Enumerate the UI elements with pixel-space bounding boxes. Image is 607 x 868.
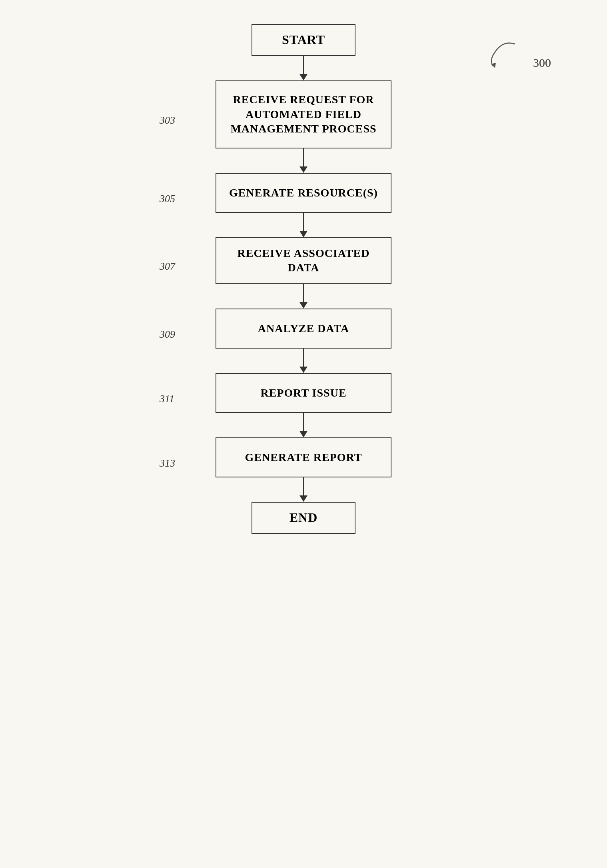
receive-data-box: RECEIVE ASSOCIATED DATA	[216, 237, 391, 284]
connector-3	[300, 213, 307, 237]
generate-report-box: GENERATE REPORT	[216, 437, 391, 477]
figure-number: 300	[533, 56, 551, 70]
ref-311: 311	[160, 393, 174, 405]
generate-resources-box: GENERATE RESOURCE(S)	[216, 173, 391, 213]
receive-request-label: RECEIVE REQUEST FOR AUTOMATED FIELD MANA…	[228, 92, 379, 136]
start-label: START	[282, 32, 325, 48]
start-box: START	[252, 24, 355, 56]
end-box: END	[252, 502, 355, 534]
connector-2	[300, 148, 307, 173]
ref-313: 313	[160, 457, 175, 469]
ref-309: 309	[160, 329, 175, 341]
flowchart: START 303 RECEIVE REQUEST FOR AUTOMATED …	[216, 24, 391, 534]
receive-request-box: RECEIVE REQUEST FOR AUTOMATED FIELD MANA…	[216, 80, 391, 148]
connector-4	[300, 284, 307, 309]
analyze-data-label: ANALYZE DATA	[258, 321, 349, 336]
generate-resources-label: GENERATE RESOURCE(S)	[229, 186, 378, 200]
ref-307: 307	[160, 261, 175, 273]
figure-arrow	[487, 40, 519, 70]
end-label: END	[290, 509, 318, 526]
ref-303: 303	[160, 114, 175, 126]
generate-report-label: GENERATE REPORT	[245, 450, 362, 465]
ref-305: 305	[160, 193, 175, 205]
connector-1	[300, 56, 307, 80]
connector-5	[300, 349, 307, 373]
connector-7	[300, 477, 307, 502]
analyze-data-box: ANALYZE DATA	[216, 309, 391, 349]
report-issue-label: REPORT ISSUE	[260, 386, 346, 400]
connector-6	[300, 413, 307, 437]
receive-data-label: RECEIVE ASSOCIATED DATA	[228, 246, 379, 275]
report-issue-box: REPORT ISSUE	[216, 373, 391, 413]
diagram-container: 300 START 303 RECEIVE REQUEST FOR AUTOMA…	[0, 0, 607, 868]
